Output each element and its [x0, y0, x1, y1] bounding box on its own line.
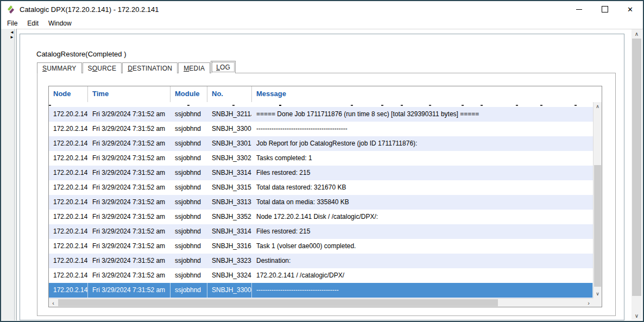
close-icon: ✕	[627, 5, 633, 14]
table-scroll-left-icon[interactable]: ‹	[49, 299, 58, 307]
log-row[interactable]: 172.20.2.141Fri 3/29/2024 7:31:52 amssjo…	[49, 166, 593, 180]
maximize-button[interactable]	[592, 1, 617, 17]
cell-node: 172.20.2.141	[49, 210, 88, 224]
table-scroll-down-icon[interactable]: ∨	[594, 289, 602, 298]
cell-module: ssjobhnd	[171, 166, 207, 180]
tab-log[interactable]: LOG	[211, 61, 236, 73]
cell-time: Fri 3/29/2024 7:31:52 am	[88, 136, 171, 151]
window-controls: ✕	[566, 1, 643, 17]
cell-no: SNBJH_3314J	[207, 166, 252, 180]
splitter-divider	[14, 29, 15, 320]
cell-message: ----------------------------------------…	[252, 122, 593, 136]
cell-module: ssjobhnd	[171, 268, 207, 283]
splitter-expand-icon[interactable]: ►	[10, 35, 14, 40]
tab-strip: SUMMARYSOURCEDESTINATIONMEDIALOG	[37, 62, 236, 73]
cell-no: SNBJH_3300J	[207, 283, 252, 298]
cell-message: Node 172.20.2.141 Disk / /catalogic/DPX/…	[252, 210, 593, 224]
cell-node: 172.20.2.141	[49, 151, 88, 166]
tab-summary[interactable]: SUMMARY	[37, 62, 82, 73]
cell-time: Fri 3/29/2024 7:31:52 am	[88, 166, 171, 180]
log-row[interactable]: 172.20.2.141Fri 3/29/2024 7:31:52 amssjo…	[49, 254, 593, 268]
cell-node: 172.20.2.141	[49, 136, 88, 151]
cell-module: ssjobhnd	[171, 283, 207, 298]
tab-accesskey: M	[184, 65, 189, 72]
cell-node: 172.20.2.141	[49, 195, 88, 210]
cell-module: ssjobhnd	[171, 254, 207, 268]
cell-time: Fri 3/29/2024 7:31:52 am	[88, 224, 171, 239]
tab-accesskey: O	[92, 65, 98, 72]
table-scroll-right-icon[interactable]: ›	[584, 299, 593, 307]
column-header-module[interactable]: Module	[171, 86, 207, 102]
cell-module: ssjobhnd	[171, 195, 207, 210]
app-logo-icon	[6, 5, 15, 14]
column-header-time[interactable]: Time	[88, 86, 171, 102]
cell-node: 172.20.2.141	[49, 166, 88, 180]
log-table-body: 172.20.2.141Fri 3/29/2024 7:31:52 amssjo…	[49, 102, 593, 298]
log-row[interactable]: 172.20.2.141Fri 3/29/2024 7:31:52 amssjo…	[49, 107, 593, 122]
cell-no: SNBJH_3352J	[207, 210, 252, 224]
cell-node: 172.20.2.141	[49, 180, 88, 195]
cell-time: Fri 3/29/2024 7:31:52 am	[88, 239, 171, 254]
cell-module: ssjobhnd	[171, 180, 207, 195]
log-row[interactable]: 172.20.2.141Fri 3/29/2024 7:31:52 amssjo…	[49, 224, 593, 239]
cell-message: Job Report for job CatalogRestore (job I…	[252, 136, 593, 151]
table-horizontal-scrollbar[interactable]: ‹ ›	[49, 298, 593, 307]
cell-message: Destination:	[252, 254, 593, 268]
tab-accesskey: L	[216, 64, 220, 71]
log-row[interactable]: 172.20.2.141Fri 3/29/2024 7:31:52 amssjo…	[49, 268, 593, 283]
cell-no: SNBJH_3211J	[207, 107, 252, 122]
minimize-icon	[576, 9, 582, 10]
log-table-header: NodeTimeModuleNo.Message	[49, 86, 602, 103]
column-header-no[interactable]: No.	[207, 86, 252, 102]
menu-item-file[interactable]: File	[2, 18, 22, 29]
close-button[interactable]: ✕	[617, 1, 643, 17]
cell-module: ssjobhnd	[171, 151, 207, 166]
cell-time: Fri 3/29/2024 7:31:52 am	[88, 195, 171, 210]
cell-no: SNBJH_3313J	[207, 195, 252, 210]
log-row[interactable]: 172.20.2.141Fri 3/29/2024 7:31:52 amssjo…	[49, 195, 593, 210]
scroll-up-icon[interactable]: ∧	[632, 29, 642, 38]
log-row[interactable]: 172.20.2.141Fri 3/29/2024 7:31:52 amssjo…	[49, 136, 593, 151]
cell-message: Total data restored: 321670 KB	[252, 180, 593, 195]
tab-destination[interactable]: DESTINATION	[122, 62, 178, 73]
window-vertical-scrollbar-thumb[interactable]	[632, 39, 641, 296]
table-horizontal-scrollbar-thumb[interactable]	[58, 299, 498, 306]
splitter-handle[interactable]: ◄ ►	[10, 30, 14, 40]
tab-source[interactable]: SOURCE	[83, 62, 122, 73]
cell-message: ===== Done Job 1711711876 (run time 8 se…	[252, 107, 593, 122]
scroll-down-icon[interactable]: ∨	[632, 311, 642, 320]
cell-time: Fri 3/29/2024 7:31:52 am	[88, 254, 171, 268]
log-row[interactable]: 172.20.2.141Fri 3/29/2024 7:31:52 amssjo…	[49, 239, 593, 254]
log-row-selected[interactable]: 172.20.2.141Fri 3/29/2024 7:31:52 amssjo…	[49, 283, 593, 298]
column-header-message[interactable]: Message	[252, 86, 602, 102]
tab-accesskey: D	[128, 65, 132, 72]
cell-node: 172.20.2.141	[49, 254, 88, 268]
cell-no: SNBJH_3300J	[207, 122, 252, 136]
splitter-collapse-icon[interactable]: ◄	[10, 30, 14, 35]
window-vertical-scrollbar[interactable]: ∧ ∨	[632, 29, 642, 320]
cell-node: 172.20.2.141	[49, 107, 88, 122]
clipped-log-row	[49, 102, 593, 107]
job-status-title: CatalogRestore(Completed )	[36, 50, 126, 58]
log-row[interactable]: 172.20.2.141Fri 3/29/2024 7:31:52 amssjo…	[49, 210, 593, 224]
table-vertical-scrollbar[interactable]: ∧ ∨	[593, 102, 602, 298]
log-row[interactable]: 172.20.2.141Fri 3/29/2024 7:31:52 amssjo…	[49, 180, 593, 195]
table-vertical-scrollbar-thumb[interactable]	[594, 165, 601, 287]
cell-node: 172.20.2.141	[49, 283, 88, 298]
cell-message: 172.20.2.141 / /catalogic/DPX/	[252, 268, 593, 283]
column-header-node[interactable]: Node	[49, 86, 88, 102]
cell-time: Fri 3/29/2024 7:31:52 am	[88, 180, 171, 195]
log-row[interactable]: 172.20.2.141Fri 3/29/2024 7:31:52 amssjo…	[49, 122, 593, 136]
table-scroll-up-icon[interactable]: ∧	[594, 102, 602, 111]
tab-media[interactable]: MEDIA	[178, 62, 210, 73]
cell-no: SNBJH_3314J	[207, 224, 252, 239]
cell-message: Files restored: 215	[252, 166, 593, 180]
cell-no: SNBJH_3316J	[207, 239, 252, 254]
log-row[interactable]: 172.20.2.141Fri 3/29/2024 7:31:52 amssjo…	[49, 151, 593, 166]
cell-time: Fri 3/29/2024 7:31:52 am	[88, 107, 171, 122]
log-table: NodeTimeModuleNo.Message 172.20.2.141Fri…	[48, 86, 602, 307]
menu-item-edit[interactable]: Edit	[22, 18, 43, 29]
minimize-button[interactable]	[566, 1, 592, 17]
cell-no: SNBJH_3324J	[207, 268, 252, 283]
menu-item-window[interactable]: Window	[43, 18, 77, 29]
